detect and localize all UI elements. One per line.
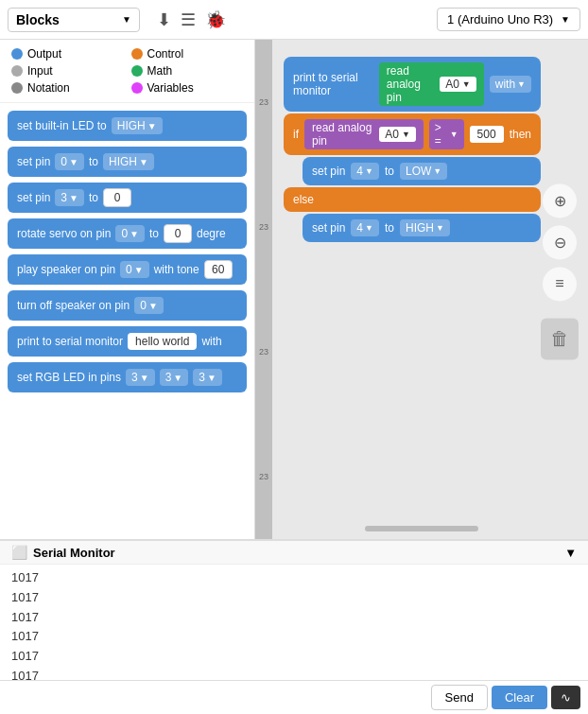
block-rotate-text: rotate servo on pin <box>17 227 111 240</box>
serial-dropdown[interactable]: ▼ <box>564 546 577 560</box>
block-rotate-servo[interactable]: rotate servo on pin 0▼ to 0 degre <box>8 218 247 249</box>
block-turn-off-pin-dropdown[interactable]: 0▼ <box>134 297 164 314</box>
variables-dot <box>131 82 143 94</box>
block-print-val[interactable]: hello world <box>128 333 197 350</box>
canvas-content: print to serial monitor read analog pin … <box>284 57 541 244</box>
right-canvas[interactable]: 23 23 23 23 print to serial monitor read… <box>255 40 588 539</box>
canvas-print-text: print to serial monitor <box>293 71 373 97</box>
output-dot <box>11 48 23 60</box>
block-play-text: play speaker on pin <box>17 263 115 276</box>
toolbar: Blocks ▼ ⬇ ☰ 🐞 1 (Arduino Uno R3) ▼ <box>0 0 588 40</box>
block-turn-off-text: turn off speaker on pin <box>17 299 130 312</box>
legend: Output Control Input Math Notation Varia… <box>0 40 254 103</box>
block-set-led-dropdown[interactable]: HIGH▼ <box>112 117 163 134</box>
block-set-pin-dropdown[interactable]: 0▼ <box>55 153 84 170</box>
block-rgb-pin3-dropdown[interactable]: 3▼ <box>193 369 222 386</box>
zoom-out-button[interactable]: ⊖ <box>543 225 577 259</box>
canvas-block-print[interactable]: print to serial monitor read analog pin … <box>284 57 541 112</box>
block-print-text: print to serial monitor <box>17 335 123 348</box>
bug-icon[interactable]: 🐞 <box>205 9 226 30</box>
block-rotate-pin-dropdown[interactable]: 0▼ <box>115 225 145 242</box>
serial-output: 10171017101710171017101710171017 <box>0 565 588 680</box>
device-dropdown[interactable]: 1 (Arduino Uno R3) ▼ <box>437 8 580 31</box>
serial-clear-button[interactable]: Clear <box>492 686 547 709</box>
block-print-serial[interactable]: print to serial monitor hello world with <box>8 326 247 357</box>
block-set-pin[interactable]: set pin 0▼ to HIGH▼ <box>8 147 247 177</box>
device-label: 1 (Arduino Uno R3) <box>447 12 553 26</box>
blocks-dropdown-chevron: ▼ <box>122 14 131 25</box>
canvas-low-dropdown[interactable]: LOW▼ <box>400 163 447 180</box>
block-rgb-pin2-dropdown[interactable]: 3▼ <box>160 369 189 386</box>
serial-graph-button[interactable]: ∿ <box>551 686 580 709</box>
block-turn-off-speaker[interactable]: turn off speaker on pin 0▼ <box>8 290 247 321</box>
serial-monitor-icon: ⬜ <box>11 545 27 560</box>
serial-output-line: 1017 <box>11 627 577 647</box>
canvas-read-analog-dropdown[interactable]: read analog pin A0▼ <box>379 62 484 106</box>
block-set-pin2[interactable]: set pin 3▼ to 0 <box>8 183 247 213</box>
serial-header: ⬜ Serial Monitor ▼ <box>0 541 588 565</box>
trash-button[interactable]: 🗑 <box>541 318 579 359</box>
canvas-val-input[interactable]: 500 <box>470 126 504 143</box>
fit-button[interactable]: ≡ <box>543 267 577 301</box>
serial-input-bar: Send Clear ∿ <box>0 680 588 714</box>
canvas-block-set-pin-low[interactable]: set pin 4▼ to LOW▼ <box>303 157 541 185</box>
download-icon[interactable]: ⬇ <box>157 9 171 30</box>
variables-label: Variables <box>147 81 194 95</box>
legend-notation: Notation <box>11 81 124 95</box>
horizontal-scrollbar[interactable] <box>365 526 478 531</box>
canvas-block-set-pin-high[interactable]: set pin 4▼ to HIGH▼ <box>303 214 541 242</box>
canvas-if-text: if <box>293 128 299 141</box>
canvas-set-pin-high-text: set pin <box>312 221 345 235</box>
legend-variables: Variables <box>131 81 244 95</box>
serial-output-line: 1017 <box>11 608 577 628</box>
canvas-op-dropdown[interactable]: > =▼ <box>429 119 464 149</box>
canvas-icons: ⊕ ⊖ ≡ 🗑 <box>541 183 579 359</box>
serial-monitor-title: Serial Monitor <box>33 546 115 560</box>
canvas-block-else[interactable]: else <box>284 187 541 212</box>
serial-send-button[interactable]: Send <box>431 685 488 710</box>
notation-label: Notation <box>27 81 70 95</box>
main-area: Output Control Input Math Notation Varia… <box>0 40 588 539</box>
block-set-led[interactable]: set built-in LED to HIGH▼ <box>8 111 247 141</box>
legend-math: Math <box>131 64 244 78</box>
output-label: Output <box>27 47 61 61</box>
layers-icon[interactable]: ☰ <box>181 9 196 30</box>
serial-output-line: 1017 <box>11 588 577 608</box>
canvas-block-if[interactable]: if read analog pin A0▼ > =▼ 500 then <box>284 113 541 155</box>
blocks-list: set built-in LED to HIGH▼ set pin 0▼ to … <box>0 103 254 539</box>
block-set-pin2-val[interactable]: 0 <box>103 188 131 207</box>
serial-input[interactable] <box>0 683 427 712</box>
math-dot <box>131 65 143 77</box>
block-set-pin-text: set pin <box>17 155 50 168</box>
serial-output-line: 1017 <box>11 667 577 680</box>
device-dropdown-chevron: ▼ <box>561 14 570 25</box>
canvas-pin4-high-dropdown[interactable]: 4▼ <box>351 219 379 236</box>
canvas-if-a0-dropdown[interactable]: A0▼ <box>379 127 416 142</box>
input-label: Input <box>27 64 53 78</box>
canvas-if-read-dropdown[interactable]: read analog pin A0▼ <box>304 119 424 149</box>
block-rotate-val[interactable]: 0 <box>164 224 192 243</box>
blocks-dropdown-label: Blocks <box>16 12 60 27</box>
canvas-set-pin-low-text: set pin <box>312 165 345 178</box>
block-play-pin-dropdown[interactable]: 0▼ <box>120 261 149 278</box>
control-dot <box>131 48 143 60</box>
notation-dot <box>11 82 23 94</box>
legend-control: Control <box>131 47 244 61</box>
canvas-then-text: then <box>510 128 531 141</box>
canvas-high-dropdown[interactable]: HIGH▼ <box>400 219 450 236</box>
block-set-led-text: set built-in LED to <box>17 119 107 132</box>
block-rgb-pin1-dropdown[interactable]: 3▼ <box>126 369 155 386</box>
block-set-pin-val-dropdown[interactable]: HIGH▼ <box>103 153 154 170</box>
zoom-in-button[interactable]: ⊕ <box>543 183 577 218</box>
canvas-pin4-dropdown[interactable]: 4▼ <box>351 163 379 180</box>
serial-output-line: 1017 <box>11 647 577 667</box>
block-set-rgb[interactable]: set RGB LED in pins 3▼ 3▼ 3▼ <box>8 362 247 392</box>
blocks-dropdown[interactable]: Blocks ▼ <box>8 8 140 32</box>
canvas-a0-dropdown[interactable]: A0▼ <box>440 77 476 92</box>
block-play-speaker[interactable]: play speaker on pin 0▼ with tone 60 <box>8 254 247 285</box>
block-set-pin2-dropdown[interactable]: 3▼ <box>55 189 84 206</box>
canvas-with-dropdown[interactable]: with▼ <box>490 76 531 93</box>
block-set-rgb-text: set RGB LED in pins <box>17 371 121 384</box>
left-panel: Output Control Input Math Notation Varia… <box>0 40 255 539</box>
block-play-tone[interactable]: 60 <box>204 260 233 279</box>
